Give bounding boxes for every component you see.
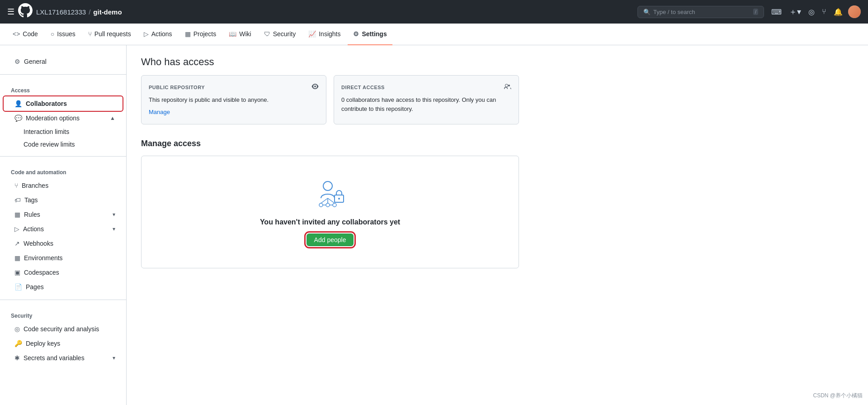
collaborators-empty-icon [312,178,348,211]
sidebar-divider-2 [0,156,126,157]
top-bar-left: ☰ LXL1716812333 / git-demo [7,3,122,20]
security-icon: 🛡 [264,30,270,38]
people-icon [504,83,511,92]
svg-point-3 [319,203,323,207]
deploy-keys-icon: 🔑 [14,340,22,347]
who-has-access-title: Who has access [141,56,519,68]
settings-icon: ⚙ [353,30,359,38]
eye-icon [311,83,319,92]
environments-icon: ▦ [14,254,20,262]
sidebar-item-tags[interactable]: 🏷 Tags [4,193,123,207]
svg-point-2 [338,198,340,200]
general-icon: ⚙ [14,58,20,65]
sidebar-item-deploy-keys[interactable]: 🔑 Deploy keys [4,336,123,351]
collaborators-icon: 👤 [14,100,22,107]
main-content: Who has access PUBLIC REPOSITORY This re… [127,45,533,405]
branches-icon: ⑂ [14,182,18,189]
tab-pull-requests[interactable]: ⑂ Pull requests [83,24,137,45]
secrets-chevron-icon: ▾ [113,355,115,361]
code-icon: <> [13,30,20,38]
pr-icon: ⑂ [88,30,92,38]
manage-access-title: Manage access [141,139,519,148]
projects-icon: ▦ [185,30,191,38]
sidebar-divider-1 [0,74,126,75]
tab-issues[interactable]: ○ Issues [45,24,81,45]
sidebar-item-interaction[interactable]: Interaction limits [4,125,123,138]
sidebar-item-code-security[interactable]: ◎ Code security and analysis [4,322,123,336]
sidebar-item-moderation[interactable]: 💬 Moderation options ▲ [4,111,123,125]
code-security-icon: ◎ [14,325,20,333]
sidebar-section-code-automation: Code and automation [0,162,126,178]
sidebar-item-code-review[interactable]: Code review limits [4,138,123,151]
direct-access-text: 0 collaborators have access to this repo… [341,95,511,113]
pages-icon: 📄 [14,283,22,291]
repo-name[interactable]: git-demo [93,8,122,16]
sidebar-section-access: Access [0,80,126,96]
path-separator: / [89,8,90,16]
tab-wiki[interactable]: 📖 Wiki [223,24,256,45]
tab-actions[interactable]: ▷ Actions [138,24,178,45]
webhooks-icon: ↗ [14,240,20,247]
username[interactable]: LXL1716812333 [36,8,86,16]
sidebar-item-actions[interactable]: ▷ Actions ▾ [4,222,123,236]
public-repo-card: PUBLIC REPOSITORY This repository is pub… [141,75,326,124]
github-logo [18,3,33,20]
top-bar: ☰ LXL1716812333 / git-demo 🔍 Type / to s… [0,0,868,24]
avatar[interactable] [848,5,861,18]
manage-link[interactable]: Manage [149,109,170,115]
top-bar-center: 🔍 Type / to search / ⌨ ＋▾ ◎ ⑂ 🔔 [127,5,861,19]
repo-path: LXL1716812333 / git-demo [36,8,122,16]
issues-icon: ○ [51,30,54,38]
tab-security[interactable]: 🛡 Security [259,24,302,45]
svg-line-8 [321,198,328,203]
terminal-icon[interactable]: ⌨ [769,6,783,18]
svg-line-10 [328,198,335,203]
moderation-chevron-icon: ▲ [110,115,115,121]
sidebar-item-webhooks[interactable]: ↗ Webhooks [4,236,123,251]
svg-point-5 [333,203,336,207]
inbox-icon[interactable]: 🔔 [832,6,844,18]
page-layout: ⚙ General Access 👤 Collaborators 💬 Moder… [0,45,868,405]
add-people-button[interactable]: Add people [307,233,354,246]
moderation-label: Moderation options [26,114,80,122]
search-bar[interactable]: 🔍 Type / to search / [637,6,764,18]
nav-tabs: <> Code ○ Issues ⑂ Pull requests ▷ Actio… [0,24,868,45]
moderation-icon: 💬 [14,114,22,122]
sidebar-item-rules[interactable]: ▦ Rules ▾ [4,207,123,222]
copilot-icon[interactable]: ◎ [807,6,816,18]
sidebar-item-branches[interactable]: ⑂ Branches [4,178,123,193]
svg-point-0 [323,181,332,191]
sidebar-general-label: General [24,58,47,65]
sidebar-item-environments[interactable]: ▦ Environments [4,251,123,265]
tab-projects[interactable]: ▦ Projects [179,24,222,45]
interaction-label: Interaction limits [24,128,69,135]
search-placeholder: Type / to search [653,9,750,15]
sidebar-item-secrets[interactable]: ✱ Secrets and variables ▾ [4,351,123,365]
sidebar-item-general[interactable]: ⚙ General [4,54,123,69]
hamburger-icon[interactable]: ☰ [7,7,14,17]
code-review-label: Code review limits [24,141,75,148]
tags-icon: 🏷 [14,196,21,204]
top-bar-icons: ⌨ ＋▾ ◎ ⑂ 🔔 [769,5,861,19]
actions-icon: ▷ [144,30,149,38]
add-icon[interactable]: ＋▾ [787,5,803,19]
pull-request-icon[interactable]: ⑂ [820,6,828,18]
actions-chevron-icon: ▾ [113,226,115,232]
actions-sidebar-icon: ▷ [14,225,19,233]
public-repo-text: This repository is public and visible to… [149,95,319,105]
direct-access-label: DIRECT ACCESS [341,85,385,90]
watermark: CSDN @养个小橘猫 [813,392,863,400]
insights-icon: 📈 [308,30,316,38]
sidebar-section-security: Security [0,305,126,322]
sidebar-item-codespaces[interactable]: ▣ Codespaces [4,265,123,280]
direct-access-card: DIRECT ACCESS 0 collaborators have acces… [334,75,519,124]
secrets-icon: ✱ [14,354,20,362]
svg-point-4 [326,203,330,207]
sidebar-item-collaborators[interactable]: 👤 Collaborators [4,96,123,111]
tab-insights[interactable]: 📈 Insights [303,24,346,45]
search-kbd: / [753,9,758,15]
sidebar-item-pages[interactable]: 📄 Pages [4,280,123,294]
tab-code[interactable]: <> Code [7,24,43,45]
tab-settings[interactable]: ⚙ Settings [348,24,392,45]
sidebar-divider-3 [0,300,126,300]
